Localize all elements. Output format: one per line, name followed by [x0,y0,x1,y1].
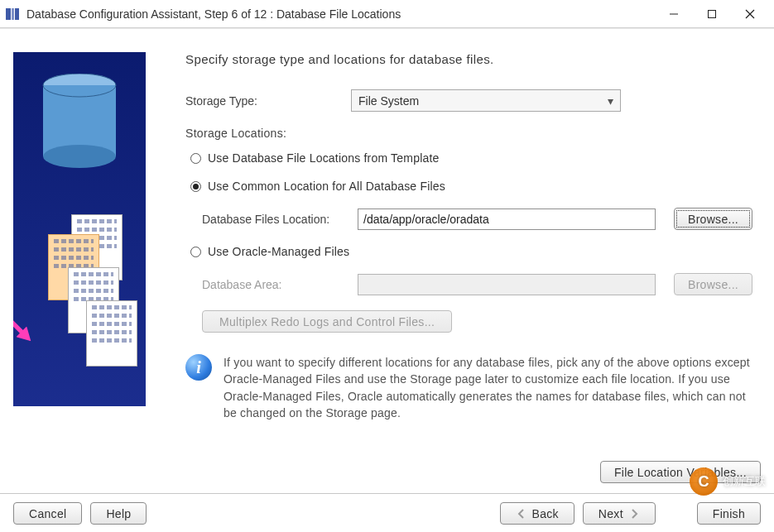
svg-rect-4 [709,10,716,17]
titlebar: Database Configuration Assistant, Step 6… [0,0,774,28]
svg-rect-2 [15,8,19,20]
svg-rect-0 [6,8,11,20]
back-button[interactable]: Back [500,502,574,525]
db-files-location-input[interactable] [358,208,656,230]
next-label: Next [599,507,623,520]
radio-from-template-label: Use Database File Locations from Templat… [208,151,440,165]
help-button[interactable]: Help [90,502,147,525]
multiplex-button: Multiplex Redo Logs and Control Files... [202,310,452,333]
next-button[interactable]: Next [583,502,656,525]
browse-db-files-button[interactable]: Browse... [674,208,752,230]
svg-rect-1 [12,8,14,20]
pink-arrow-icon [15,311,28,324]
chevron-left-icon [516,508,527,520]
info-text: If you want to specify different locatio… [224,354,761,421]
app-icon [5,7,20,22]
radio-oracle-managed-label: Use Oracle-Managed Files [208,245,349,258]
window-controls [655,1,769,27]
wizard-banner [13,52,146,406]
close-button[interactable] [731,1,769,27]
browse-db-area-button: Browse... [674,273,752,295]
radio-icon [190,247,201,257]
paper-sheet-icon [86,300,137,367]
svg-point-9 [43,145,116,168]
window-title: Database Configuration Assistant, Step 6… [26,7,655,21]
chevron-right-icon [628,508,640,520]
radio-from-template[interactable]: Use Database File Locations from Templat… [190,151,761,165]
cancel-button[interactable]: Cancel [13,502,82,525]
client-area: Specify storage type and locations for d… [0,28,774,532]
wizard-footer: Cancel Help Back Next Finish [0,494,774,532]
storage-locations-label: Storage Locations: [185,127,761,140]
minimize-button[interactable] [655,1,693,27]
back-label: Back [532,507,559,520]
info-icon: i [185,354,212,381]
radio-common-location-label: Use Common Location for All Database Fil… [208,180,445,193]
finish-button[interactable]: Finish [697,502,761,525]
page-heading: Specify storage type and locations for d… [185,52,761,66]
radio-icon [190,153,201,164]
storage-type-select[interactable]: File System ▾ [351,89,621,112]
maximize-button[interactable] [693,1,731,27]
radio-icon-checked [190,181,201,192]
storage-type-label: Storage Type: [185,94,351,108]
radio-oracle-managed[interactable]: Use Oracle-Managed Files [190,245,761,258]
database-cylinder-icon [38,74,121,173]
db-files-location-label: Database Files Location: [202,213,353,226]
radio-common-location[interactable]: Use Common Location for All Database Fil… [190,180,761,193]
chevron-down-icon: ▾ [608,94,613,108]
storage-type-value: File System [358,94,419,108]
db-area-input [358,274,656,295]
db-area-label: Database Area: [202,278,353,291]
file-location-variables-button[interactable]: File Location Variables... [600,461,761,483]
form-area: Specify storage type and locations for d… [185,52,761,453]
